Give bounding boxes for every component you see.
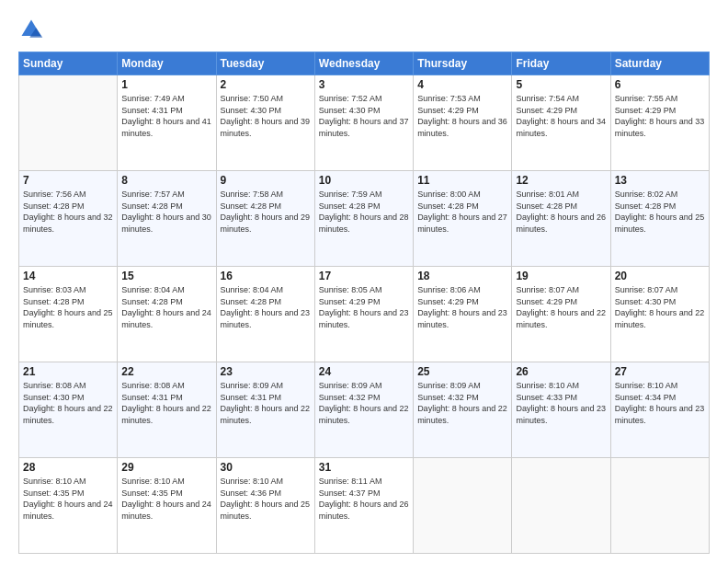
day-number: 19 [516, 270, 606, 282]
day-number: 17 [319, 270, 409, 282]
day-info: Sunrise: 7:56 AMSunset: 4:28 PMDaylight:… [23, 189, 113, 235]
day-info: Sunrise: 8:10 AMSunset: 4:35 PMDaylight:… [121, 476, 211, 522]
day-info: Sunrise: 7:58 AMSunset: 4:28 PMDaylight:… [221, 189, 311, 235]
calendar-cell: 26Sunrise: 8:10 AMSunset: 4:33 PMDayligh… [512, 362, 610, 458]
calendar-cell: 6Sunrise: 7:55 AMSunset: 4:29 PMDaylight… [610, 75, 709, 171]
calendar-cell: 3Sunrise: 7:52 AMSunset: 4:30 PMDaylight… [314, 75, 413, 171]
weekday-header-wednesday: Wednesday [314, 52, 413, 75]
day-info: Sunrise: 8:11 AMSunset: 4:37 PMDaylight:… [319, 476, 409, 522]
day-number: 23 [221, 365, 311, 378]
calendar-cell [414, 458, 512, 554]
day-info: Sunrise: 8:10 AMSunset: 4:34 PMDaylight:… [615, 380, 705, 426]
day-number: 31 [319, 461, 409, 474]
calendar-cell: 16Sunrise: 8:04 AMSunset: 4:28 PMDayligh… [216, 267, 314, 362]
weekday-header-monday: Monday [118, 52, 216, 75]
week-row-4: 21Sunrise: 8:08 AMSunset: 4:30 PMDayligh… [19, 362, 710, 458]
day-info: Sunrise: 8:10 AMSunset: 4:35 PMDaylight:… [23, 476, 113, 522]
page: SundayMondayTuesdayWednesdayThursdayFrid… [0, 0, 728, 563]
calendar-cell: 30Sunrise: 8:10 AMSunset: 4:36 PMDayligh… [216, 458, 314, 554]
weekday-header-sunday: Sunday [19, 52, 118, 75]
day-info: Sunrise: 8:07 AMSunset: 4:30 PMDaylight:… [615, 284, 705, 330]
day-info: Sunrise: 8:01 AMSunset: 4:28 PMDaylight:… [516, 189, 606, 235]
week-row-5: 28Sunrise: 8:10 AMSunset: 4:35 PMDayligh… [19, 458, 710, 554]
calendar-cell: 28Sunrise: 8:10 AMSunset: 4:35 PMDayligh… [19, 458, 118, 554]
day-info: Sunrise: 8:09 AMSunset: 4:32 PMDaylight:… [319, 380, 409, 426]
calendar-cell: 15Sunrise: 8:04 AMSunset: 4:28 PMDayligh… [118, 267, 216, 362]
day-number: 14 [23, 270, 113, 282]
day-number: 6 [615, 78, 705, 91]
day-number: 22 [121, 365, 211, 378]
calendar-cell: 21Sunrise: 8:08 AMSunset: 4:30 PMDayligh… [19, 362, 118, 458]
day-number: 25 [417, 365, 507, 378]
calendar-cell: 8Sunrise: 7:57 AMSunset: 4:28 PMDaylight… [118, 171, 216, 267]
day-info: Sunrise: 8:09 AMSunset: 4:32 PMDaylight:… [417, 380, 507, 426]
calendar-cell: 31Sunrise: 8:11 AMSunset: 4:37 PMDayligh… [314, 458, 413, 554]
calendar-table: SundayMondayTuesdayWednesdayThursdayFrid… [18, 52, 710, 554]
day-info: Sunrise: 8:09 AMSunset: 4:31 PMDaylight:… [221, 380, 311, 426]
calendar-cell: 9Sunrise: 7:58 AMSunset: 4:28 PMDaylight… [216, 171, 314, 267]
calendar-cell [19, 75, 118, 171]
day-number: 4 [417, 78, 507, 91]
weekday-header-row: SundayMondayTuesdayWednesdayThursdayFrid… [19, 52, 710, 75]
day-number: 5 [516, 78, 606, 91]
week-row-2: 7Sunrise: 7:56 AMSunset: 4:28 PMDaylight… [19, 171, 710, 267]
calendar-cell: 4Sunrise: 7:53 AMSunset: 4:29 PMDaylight… [414, 75, 512, 171]
day-number: 21 [23, 365, 113, 378]
week-row-1: 1Sunrise: 7:49 AMSunset: 4:31 PMDaylight… [19, 75, 710, 171]
day-info: Sunrise: 8:10 AMSunset: 4:36 PMDaylight:… [221, 476, 311, 522]
day-number: 9 [221, 174, 311, 187]
weekday-header-saturday: Saturday [610, 52, 709, 75]
day-number: 16 [221, 270, 311, 282]
day-info: Sunrise: 8:08 AMSunset: 4:30 PMDaylight:… [23, 380, 113, 426]
day-info: Sunrise: 8:03 AMSunset: 4:28 PMDaylight:… [23, 284, 113, 330]
day-info: Sunrise: 7:57 AMSunset: 4:28 PMDaylight:… [121, 189, 211, 235]
day-number: 26 [516, 365, 606, 378]
calendar-cell [512, 458, 610, 554]
day-info: Sunrise: 7:49 AMSunset: 4:31 PMDaylight:… [121, 93, 211, 139]
weekday-header-friday: Friday [512, 52, 610, 75]
day-number: 30 [221, 461, 311, 474]
day-info: Sunrise: 8:00 AMSunset: 4:28 PMDaylight:… [417, 189, 507, 235]
day-number: 28 [23, 461, 113, 474]
day-number: 2 [221, 78, 311, 91]
day-info: Sunrise: 7:52 AMSunset: 4:30 PMDaylight:… [319, 93, 409, 139]
calendar-cell: 14Sunrise: 8:03 AMSunset: 4:28 PMDayligh… [19, 267, 118, 362]
day-number: 27 [615, 365, 705, 378]
weekday-header-tuesday: Tuesday [216, 52, 314, 75]
calendar-cell: 12Sunrise: 8:01 AMSunset: 4:28 PMDayligh… [512, 171, 610, 267]
day-number: 24 [319, 365, 409, 378]
day-number: 3 [319, 78, 409, 91]
day-number: 8 [121, 174, 211, 187]
calendar-cell: 19Sunrise: 8:07 AMSunset: 4:29 PMDayligh… [512, 267, 610, 362]
day-number: 18 [417, 270, 507, 282]
calendar-cell: 23Sunrise: 8:09 AMSunset: 4:31 PMDayligh… [216, 362, 314, 458]
weekday-header-thursday: Thursday [414, 52, 512, 75]
calendar-cell: 27Sunrise: 8:10 AMSunset: 4:34 PMDayligh… [610, 362, 709, 458]
calendar-cell: 2Sunrise: 7:50 AMSunset: 4:30 PMDaylight… [216, 75, 314, 171]
day-info: Sunrise: 8:05 AMSunset: 4:29 PMDaylight:… [319, 284, 409, 330]
day-number: 1 [121, 78, 211, 91]
day-number: 20 [615, 270, 705, 282]
week-row-3: 14Sunrise: 8:03 AMSunset: 4:28 PMDayligh… [19, 267, 710, 362]
day-info: Sunrise: 8:04 AMSunset: 4:28 PMDaylight:… [221, 284, 311, 330]
day-info: Sunrise: 8:10 AMSunset: 4:33 PMDaylight:… [516, 380, 606, 426]
day-info: Sunrise: 7:59 AMSunset: 4:28 PMDaylight:… [319, 189, 409, 235]
day-number: 13 [615, 174, 705, 187]
calendar-cell: 13Sunrise: 8:02 AMSunset: 4:28 PMDayligh… [610, 171, 709, 267]
calendar-cell: 10Sunrise: 7:59 AMSunset: 4:28 PMDayligh… [314, 171, 413, 267]
calendar-cell: 7Sunrise: 7:56 AMSunset: 4:28 PMDaylight… [19, 171, 118, 267]
day-info: Sunrise: 7:50 AMSunset: 4:30 PMDaylight:… [221, 93, 311, 139]
calendar-cell: 22Sunrise: 8:08 AMSunset: 4:31 PMDayligh… [118, 362, 216, 458]
day-info: Sunrise: 7:55 AMSunset: 4:29 PMDaylight:… [615, 93, 705, 139]
calendar-cell [610, 458, 709, 554]
calendar-cell: 1Sunrise: 7:49 AMSunset: 4:31 PMDaylight… [118, 75, 216, 171]
calendar-cell: 17Sunrise: 8:05 AMSunset: 4:29 PMDayligh… [314, 267, 413, 362]
day-number: 7 [23, 174, 113, 187]
calendar-cell: 24Sunrise: 8:09 AMSunset: 4:32 PMDayligh… [314, 362, 413, 458]
calendar-cell: 20Sunrise: 8:07 AMSunset: 4:30 PMDayligh… [610, 267, 709, 362]
day-info: Sunrise: 8:04 AMSunset: 4:28 PMDaylight:… [121, 284, 211, 330]
calendar-cell: 18Sunrise: 8:06 AMSunset: 4:29 PMDayligh… [414, 267, 512, 362]
day-info: Sunrise: 7:53 AMSunset: 4:29 PMDaylight:… [417, 93, 507, 139]
day-number: 29 [121, 461, 211, 474]
day-number: 10 [319, 174, 409, 187]
